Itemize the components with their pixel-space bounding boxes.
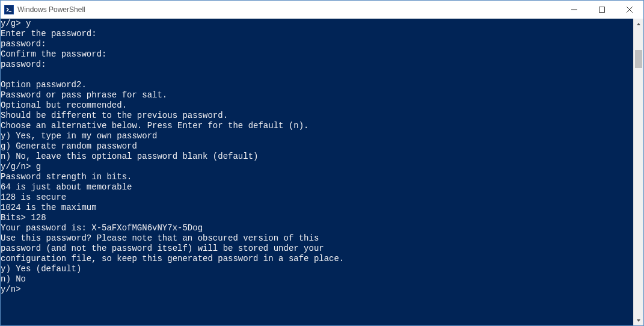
- close-button[interactable]: [616, 1, 643, 19]
- window-title: Windows PowerShell: [17, 5, 560, 14]
- scroll-down-button[interactable]: [634, 315, 643, 325]
- minimize-button[interactable]: [560, 1, 588, 19]
- window-controls: [560, 1, 643, 19]
- powershell-window: Windows PowerShell y/g> y Enter the pass…: [0, 0, 644, 326]
- console-output[interactable]: y/g> y Enter the password: password: Con…: [1, 19, 633, 325]
- console-area: y/g> y Enter the password: password: Con…: [1, 19, 643, 325]
- vertical-scrollbar[interactable]: [633, 19, 643, 325]
- titlebar[interactable]: Windows PowerShell: [1, 1, 643, 19]
- scroll-up-button[interactable]: [634, 19, 643, 29]
- powershell-icon: [4, 5, 14, 14]
- svg-rect-1: [600, 7, 605, 13]
- scroll-thumb[interactable]: [635, 50, 642, 68]
- maximize-button[interactable]: [588, 1, 616, 19]
- scroll-track[interactable]: [634, 29, 643, 315]
